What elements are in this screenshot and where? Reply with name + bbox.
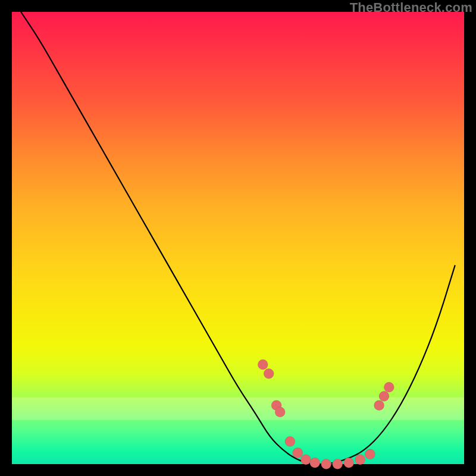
data-point <box>321 459 331 469</box>
data-point <box>285 437 295 447</box>
chart-svg <box>12 12 464 464</box>
data-point <box>333 459 343 469</box>
data-point <box>275 407 285 417</box>
data-point <box>365 449 375 459</box>
plot-area <box>12 12 464 464</box>
scatter-points <box>258 359 394 469</box>
data-point <box>301 455 311 465</box>
bottleneck-curve <box>21 12 455 464</box>
data-point <box>310 458 320 468</box>
data-point <box>344 458 354 468</box>
chart-frame: TheBottleneck.com <box>0 0 476 476</box>
data-point <box>293 448 303 458</box>
watermark-label: TheBottleneck.com <box>350 0 472 15</box>
data-point <box>384 382 394 392</box>
data-point <box>374 400 384 411</box>
data-point <box>379 392 389 402</box>
data-point <box>355 455 365 465</box>
data-point <box>264 369 274 379</box>
data-point <box>258 359 268 369</box>
